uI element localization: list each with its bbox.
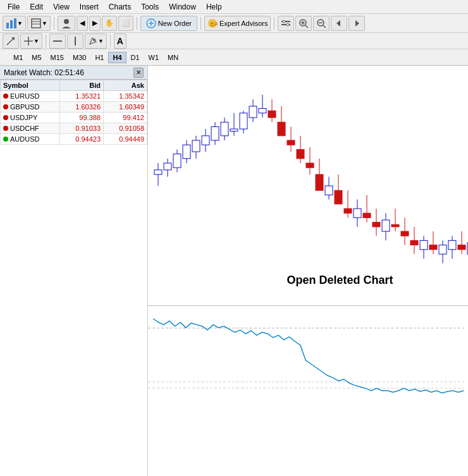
tf-mn[interactable]: MN [163,52,183,63]
chart-settings-btn[interactable] [278,16,294,31]
nav-left-btn[interactable]: ◀ [77,16,88,31]
menu-file[interactable]: File [3,1,25,13]
candle-body [268,111,276,118]
vline-tool[interactable] [67,34,83,49]
menu-view[interactable]: View [48,1,75,13]
toolbar2: ▼ ▼ A [0,33,468,49]
svg-rect-3 [32,19,40,28]
tf-d1[interactable]: D1 [126,52,144,63]
candle-body [259,109,266,113]
candle-body [287,140,295,145]
candle-chart-area[interactable] [148,66,468,306]
candle-body [439,245,446,254]
text-tool[interactable]: A [114,34,126,49]
col-ask: Ask [104,80,147,91]
svg-point-14 [283,20,285,23]
zoom-select-btn[interactable]: ⬜ [118,16,133,31]
symbol-name: EURUSD [10,92,39,100]
menu-edit[interactable]: Edit [25,1,48,13]
symbol-cell: GBPUSD [1,102,60,113]
tf-m30[interactable]: M30 [68,52,90,63]
scroll-left-btn[interactable] [331,16,347,31]
symbol-name: USDCHF [10,125,39,132]
new-order-btn[interactable]: New Order [140,16,197,31]
zoom-out-btn[interactable] [313,16,329,31]
bid-value: 1.35321 [60,91,104,102]
chart-area[interactable]: Open Deleted Chart [148,66,468,476]
menu-window[interactable]: Window [164,1,201,13]
symbol-dot [3,115,8,120]
candle-body [278,122,285,136]
bid-value: 1.60326 [60,102,104,113]
candle-body [391,224,399,227]
table-row[interactable]: USDJPY 99.388 99.412 [1,113,147,123]
hand-btn[interactable]: ✋ [102,16,117,31]
candle-body [382,220,390,231]
table-row[interactable]: AUDUSD 0.94423 0.94449 [1,134,147,145]
candle-body [192,140,200,152]
menu-tools[interactable]: Tools [136,1,164,13]
tf-m15[interactable]: M15 [46,52,68,63]
pen-tool[interactable]: ▼ [85,34,107,49]
candle-body [221,122,228,136]
chart-icon [6,18,17,29]
symbol-name: GBPUSD [10,103,39,111]
candle-body [202,136,209,145]
sep6 [110,35,111,47]
symbol-name: AUDUSD [10,135,39,143]
crosshair-tool[interactable]: ▼ [20,34,42,49]
svg-line-17 [305,25,308,28]
symbol-name: USDJPY [10,114,37,121]
bid-value: 0.94423 [60,134,104,145]
zoom-in-icon [299,18,309,28]
new-order-label: New Order [158,20,192,27]
candle-chart-svg [148,66,468,306]
scroll-right-btn[interactable] [348,16,365,31]
candle-body [230,129,238,131]
menu-charts[interactable]: Charts [104,1,136,13]
tf-h1[interactable]: H1 [90,52,108,63]
bid-value: 99.388 [60,113,104,123]
arrow-tool[interactable] [3,34,19,49]
ask-value: 0.91058 [104,123,147,134]
zoom-in-btn[interactable] [295,16,312,31]
toolbar1: ▼ ▼ ◀ ▶ ✋ ⬜ New Order EA Expert Advisors [0,14,468,33]
candle-body [335,190,342,204]
tf-h4[interactable]: H4 [108,52,126,63]
tf-m5[interactable]: M5 [27,52,46,63]
menu-help[interactable]: Help [201,1,227,13]
indicator-chart[interactable] [148,306,468,407]
hline-tool[interactable] [49,34,66,49]
nav-right-btn[interactable]: ▶ [89,16,101,31]
expert-advisors-btn[interactable]: EA Expert Advisors [204,16,271,31]
scroll-right-icon [352,18,362,28]
open-deleted-chart-text: Open Deleted Chart [286,274,393,287]
market-watch-table: Symbol Bid Ask EURUSD 1.35321 1.35342 GB… [0,80,147,145]
indicator-svg [148,306,468,407]
settings-icon [281,18,291,28]
tf-m1[interactable]: M1 [9,52,27,63]
candle-body [240,113,247,129]
profile-btn[interactable] [58,16,75,31]
symbol-dot [3,137,8,142]
candle-body [297,149,304,158]
market-watch-close[interactable]: ✕ [133,68,144,78]
table-row[interactable]: GBPUSD 1.60326 1.60349 [1,102,147,113]
bid-value: 0.91033 [60,123,104,134]
candle-body [316,174,323,190]
table-row[interactable]: USDCHF 0.91033 0.91058 [1,123,147,134]
candle-body [363,213,371,217]
sep5 [46,35,46,47]
new-chart-btn[interactable]: ▼ [3,16,26,31]
menu-insert[interactable]: Insert [75,1,104,13]
ask-value: 1.35342 [104,91,147,102]
svg-line-21 [323,25,326,28]
templates-btn[interactable]: ▼ [27,16,51,31]
symbol-cell: AUDUSD [1,134,60,145]
table-row[interactable]: EURUSD 1.35321 1.35342 [1,91,147,102]
tf-w1[interactable]: W1 [144,52,164,63]
symbol-cell: USDCHF [1,123,60,134]
candle-body [458,245,465,250]
zoom-out-icon [316,18,326,28]
market-watch-header: Market Watch: 02:51:46 ✕ [0,66,147,80]
